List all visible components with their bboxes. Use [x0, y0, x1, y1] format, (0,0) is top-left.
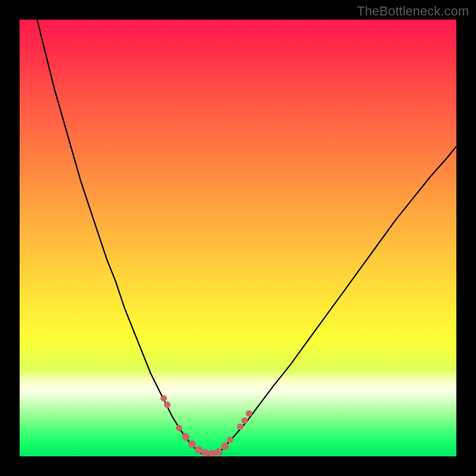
curve-right [225, 146, 456, 446]
marker-dot [215, 449, 222, 456]
marker-dot [189, 440, 196, 447]
marker-dot [164, 402, 170, 408]
marker-dot [242, 418, 248, 424]
marker-dot [195, 446, 202, 453]
marker-dot [208, 450, 215, 456]
marker-dot [202, 449, 209, 456]
marker-dot [161, 395, 167, 401]
marker-dot [227, 437, 233, 443]
marker-dot [221, 443, 228, 450]
marker-dot [182, 433, 189, 440]
watermark-text: TheBottleneck.com [357, 4, 469, 19]
plot-area [20, 20, 456, 456]
valley-markers [161, 395, 252, 456]
chart-frame: TheBottleneck.com [0, 0, 476, 476]
marker-dot [176, 425, 182, 431]
marker-dot [237, 424, 243, 430]
curve-layer [20, 20, 456, 456]
marker-dot [246, 411, 252, 416]
curve-left [37, 20, 199, 452]
